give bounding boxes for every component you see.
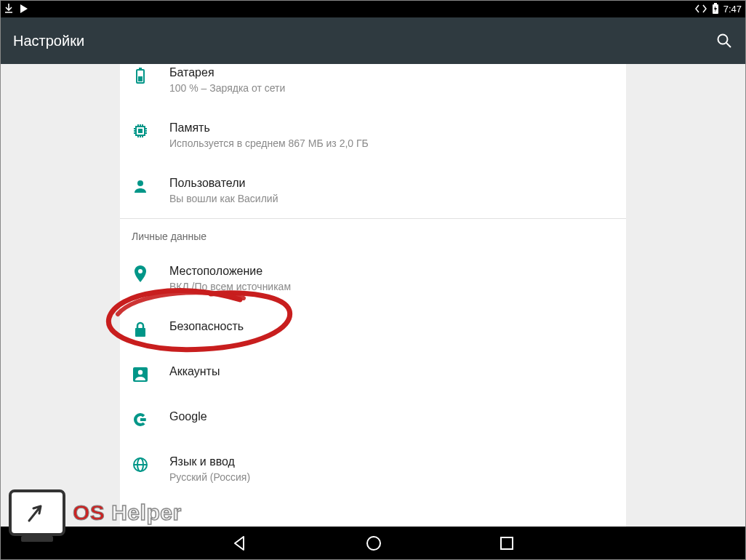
settings-item-security[interactable]: Безопасность [120,306,626,351]
item-title: Безопасность [169,319,244,334]
settings-item-location[interactable]: Местоположение ВКЛ./По всем источникам [120,251,626,306]
item-title: Память [169,121,369,135]
status-right: 7:47 [694,3,742,15]
item-subtitle: Вы вошли как Василий [169,192,278,205]
settings-item-google[interactable]: Google [120,396,626,441]
item-subtitle: ВКЛ./По всем источникам [169,280,291,293]
watermark-os: OS [73,500,105,524]
watermark: OS Helper [9,489,182,536]
svg-point-2 [718,35,728,44]
settings-item-battery[interactable]: Батарея 100 % – Зарядка от сети [120,64,626,108]
battery-charging-icon [712,3,719,15]
settings-item-accounts[interactable]: Аккаунты [120,351,626,396]
download-icon [4,4,13,14]
status-time: 7:47 [723,4,742,15]
svg-point-17 [367,537,380,550]
watermark-cursor-box [9,489,65,536]
item-title: Пользователи [169,176,278,191]
settings-item-memory[interactable]: Память Используется в среднем 867 МБ из … [120,108,626,163]
item-title: Google [169,409,207,424]
watermark-text: OS Helper [73,500,182,525]
section-header-personal: Личные данные [120,218,626,251]
content-area: Батарея 100 % – Зарядка от сети Память И… [0,64,746,527]
home-button[interactable] [365,535,382,552]
svg-point-10 [138,269,143,273]
svg-rect-5 [139,68,142,70]
svg-line-3 [726,43,731,47]
search-icon[interactable] [715,32,733,49]
item-title: Аккаунты [169,364,220,379]
page-title: Настройки [13,33,84,49]
back-button[interactable] [231,535,249,552]
svg-point-9 [137,180,143,186]
globe-icon [132,456,149,473]
settings-panel: Батарея 100 % – Зарядка от сети Память И… [120,64,626,527]
svg-point-13 [138,370,143,375]
svg-rect-1 [714,3,717,4]
svg-rect-18 [501,537,513,549]
svg-rect-8 [138,129,143,133]
play-store-icon [19,4,29,14]
watermark-helper: Helper [111,500,181,524]
battery-icon [132,67,149,84]
location-icon [132,265,149,283]
settings-item-users[interactable]: Пользователи Вы вошли как Василий [120,163,626,218]
item-subtitle: Русский (Россия) [169,471,250,484]
recents-button[interactable] [499,535,515,551]
item-title: Батарея [169,65,285,80]
svg-rect-11 [135,328,145,337]
item-subtitle: 100 % – Зарядка от сети [169,81,285,95]
item-title: Язык и ввод [169,455,250,469]
memory-icon [132,122,149,140]
status-left [4,4,29,14]
dev-icon [694,4,707,13]
account-icon [132,366,149,383]
settings-item-language[interactable]: Язык и ввод Русский (Россия) [120,441,626,497]
item-subtitle: Используется в среднем 867 МБ из 2,0 ГБ [169,137,369,150]
item-title: Местоположение [169,264,291,279]
google-icon [132,411,149,428]
app-bar: Настройки [0,17,746,64]
lock-icon [132,321,149,338]
user-icon [132,177,149,195]
status-bar: 7:47 [0,0,746,17]
svg-rect-6 [138,76,143,81]
